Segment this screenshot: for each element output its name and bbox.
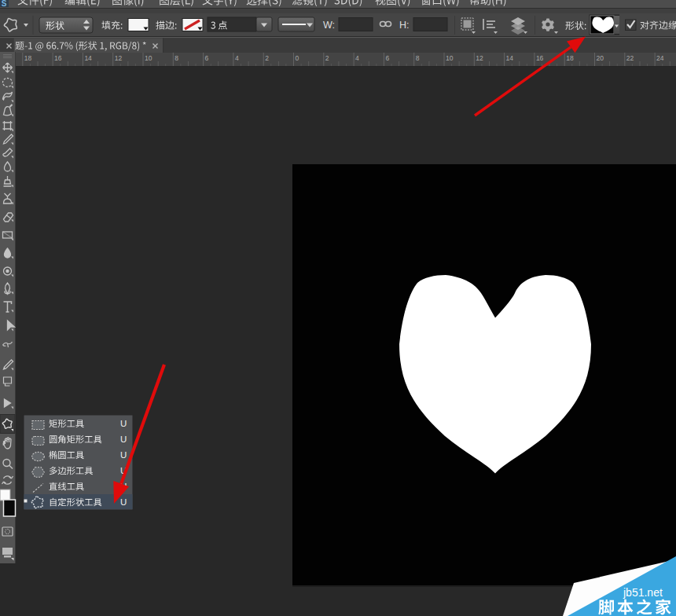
- svg-text:U: U: [120, 497, 127, 507]
- svg-text:14: 14: [84, 54, 92, 62]
- svg-text:24: 24: [656, 54, 664, 62]
- svg-text:22: 22: [626, 54, 634, 62]
- svg-text:H:: H:: [399, 20, 410, 31]
- svg-text:0: 0: [296, 54, 299, 62]
- svg-text:S: S: [2, 0, 7, 8]
- svg-text:U: U: [120, 434, 127, 444]
- svg-text:U: U: [120, 450, 127, 460]
- svg-text:4: 4: [235, 54, 239, 62]
- svg-text:20: 20: [597, 54, 604, 62]
- svg-text:jb51.net: jb51.net: [623, 586, 663, 599]
- svg-text:U: U: [120, 419, 127, 428]
- svg-text:12: 12: [476, 54, 483, 62]
- svg-text:18: 18: [24, 54, 32, 62]
- svg-text:16: 16: [536, 54, 544, 62]
- svg-text:10: 10: [145, 54, 152, 62]
- svg-text:6: 6: [205, 54, 209, 62]
- svg-text:W:: W:: [323, 20, 335, 31]
- svg-text:10: 10: [446, 54, 454, 62]
- svg-text:4: 4: [355, 54, 359, 62]
- svg-text:6: 6: [385, 54, 389, 62]
- svg-text:2: 2: [325, 54, 329, 62]
- svg-text:18: 18: [566, 54, 574, 62]
- svg-text:8: 8: [416, 54, 420, 62]
- svg-text:16: 16: [54, 54, 62, 62]
- svg-text:2: 2: [265, 54, 269, 62]
- svg-text:8: 8: [175, 54, 178, 62]
- svg-text:12: 12: [115, 54, 123, 62]
- svg-text:14: 14: [506, 54, 514, 62]
